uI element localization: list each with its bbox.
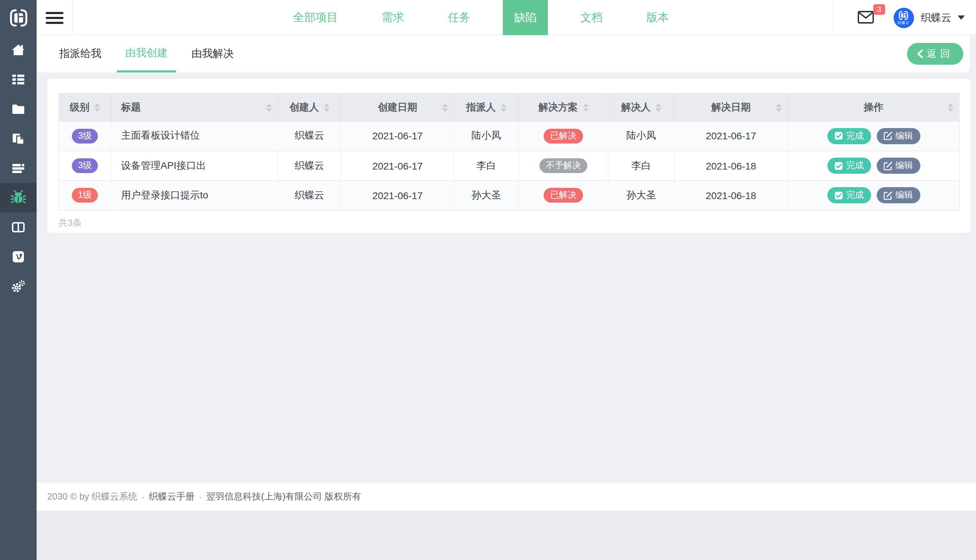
checkbox-check-icon [834,132,842,140]
creator-cell: 织蝶云 [278,122,341,151]
level-cell: 3级 [59,151,111,180]
actions-cell: 完成编辑 [788,180,959,210]
level-badge: 1级 [72,188,98,203]
status-badge: 不予解决 [540,158,587,173]
sort-icon[interactable] [442,103,448,112]
table-row: 3级 设备管理API接口出 织蝶云 2021-06-17 李白 不予解决 李白 … [59,151,959,180]
sidebar-item-documents[interactable] [0,124,37,153]
sidebar-item-kanban[interactable] [0,212,37,242]
column-header-resolved-date[interactable]: 解决日期 [674,93,788,122]
nav-item-requirements[interactable]: 需求 [370,0,416,35]
created-date-cell: 2021-06-17 [341,122,454,151]
bottom-strip [37,511,976,560]
back-button-label: 返回 [927,47,953,60]
copy-icon [11,132,25,146]
title-cell: 设备管理API接口出 [111,151,278,180]
column-header-created-date[interactable]: 创建日期 [341,93,454,122]
solution-cell: 不予解决 [519,151,608,180]
top-header: 全部项目 需求 任务 缺陷 文档 版本 3 [37,0,976,35]
edit-button[interactable]: 编辑 [876,187,920,203]
sort-icon[interactable] [501,103,506,112]
nav-item-docs[interactable]: 文档 [569,0,614,35]
app-logo[interactable] [0,0,37,35]
company-link[interactable]: 翌羽信息科技(上海)有限公司 版权所有 [206,490,362,503]
actions-cell: 完成编辑 [788,122,959,151]
folder-icon [11,102,25,116]
gears-icon [10,278,26,294]
resolved-date-cell: 2021-06-18 [674,180,788,210]
sidebar-item-videos[interactable] [0,242,37,272]
complete-button[interactable]: 完成 [827,187,871,203]
column-header-resolver[interactable]: 解决人 [608,93,674,122]
resolver-cell: 孙大圣 [608,180,674,210]
sidebar-item-settings[interactable] [0,272,37,301]
nav-item-tasks[interactable]: 任务 [436,0,482,35]
tab-created-by-me[interactable]: 由我创建 [117,35,176,72]
complete-button[interactable]: 完成 [827,158,871,174]
table-row: 3级 主面看板设计错位 织蝶云 2021-06-17 陆小凤 已解决 陆小凤 2… [59,122,959,151]
manual-link[interactable]: 织蝶云手册 [149,490,195,503]
created-date-cell: 2021-06-17 [341,180,454,210]
vimeo-icon [11,250,25,264]
avatar[interactable]: 织蝶云 [893,7,914,28]
sub-bar: 指派给我 由我创建 由我解决 返回 [37,35,976,72]
sort-icon[interactable] [266,103,272,112]
status-badge: 已解决 [544,129,583,143]
sidebar-item-bugs[interactable] [0,183,37,212]
footer-separator: · [142,492,145,502]
user-area: 3 织蝶云 织蝶云 [833,0,976,35]
app-window: 全部项目 需求 任务 缺陷 文档 版本 3 [0,0,976,560]
resolved-date-cell: 2021-06-18 [674,151,788,180]
main-nav: 全部项目 需求 任务 缺陷 文档 版本 [282,0,680,35]
sort-icon[interactable] [776,103,782,112]
title-cell: 用户登录接口提示to [111,180,278,210]
creator-cell: 织蝶云 [278,151,341,180]
avatar-logo-icon [899,10,908,20]
complete-button[interactable]: 完成 [827,128,871,144]
nav-item-defects[interactable]: 缺陷 [503,0,548,35]
actions-cell: 完成编辑 [788,151,959,180]
sidebar [0,0,37,560]
resolved-date-cell: 2021-06-17 [674,122,788,151]
chevron-down-icon[interactable] [958,15,965,20]
sort-icon[interactable] [94,103,100,112]
nav-item-versions[interactable]: 版本 [635,0,680,35]
edit-button[interactable]: 编辑 [876,158,920,174]
nav-item-all-projects[interactable]: 全部项目 [282,0,349,35]
column-header-solution[interactable]: 解决方案 [519,93,608,122]
table-header-row: 级别 标题 创建人 创建日期 指派人 解决方案 解决人 解决日期 操作 [59,93,959,122]
column-header-actions[interactable]: 操作 [788,93,959,122]
sidebar-item-home[interactable] [0,35,37,65]
edit-icon [883,162,892,170]
bug-icon [10,190,26,205]
back-button[interactable]: 返回 [907,43,963,65]
sidebar-item-list[interactable] [0,65,37,94]
chevron-left-icon [917,49,923,58]
level-cell: 1级 [59,180,111,210]
resolver-cell: 陆小凤 [608,122,674,151]
tab-assigned-to-me[interactable]: 指派给我 [51,35,110,72]
column-header-title[interactable]: 标题 [111,93,278,122]
hamburger-menu-button[interactable] [37,0,73,35]
column-header-creator[interactable]: 创建人 [278,93,341,122]
columns-icon [11,220,25,234]
column-header-level[interactable]: 级别 [59,93,111,122]
messages-button[interactable]: 3 [857,10,874,25]
sort-icon[interactable] [324,103,329,112]
checkbox-check-icon [834,162,842,170]
sidebar-item-tasks[interactable] [0,153,37,183]
sidebar-item-projects[interactable] [0,94,37,124]
tab-resolved-by-me[interactable]: 由我解决 [183,35,242,72]
edit-button[interactable]: 编辑 [876,128,920,144]
column-header-assignee[interactable]: 指派人 [454,93,519,122]
sub-bar-panel: 指派给我 由我创建 由我解决 返回 [37,35,970,72]
home-icon [11,43,25,57]
sort-icon[interactable] [655,103,661,112]
sort-icon[interactable] [948,103,953,112]
user-name[interactable]: 织蝶云 [921,11,951,24]
mail-icon [857,10,874,25]
copyright-text: 2030 © by 织蝶云系统 [47,490,137,503]
bars-icon [11,161,25,175]
message-count-badge: 3 [874,4,885,15]
sort-icon[interactable] [583,103,588,112]
